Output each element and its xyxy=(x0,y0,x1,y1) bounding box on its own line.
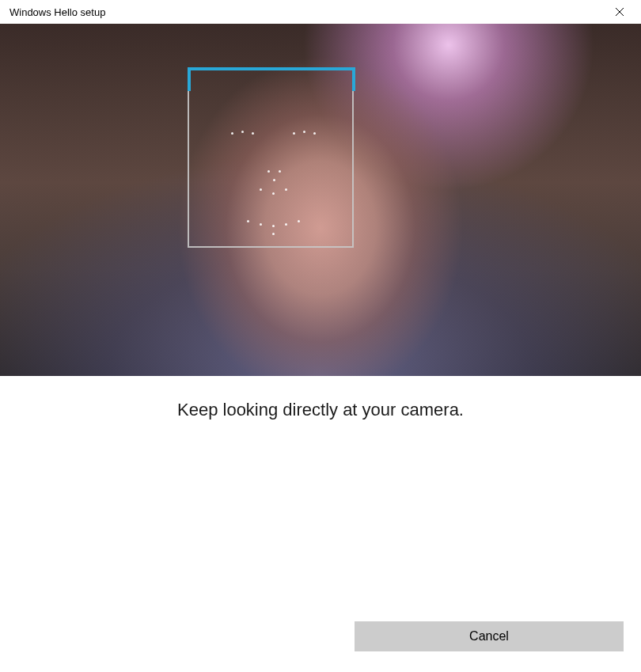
close-icon xyxy=(615,7,624,17)
camera-feed-image xyxy=(0,24,641,376)
titlebar: Windows Hello setup xyxy=(0,0,641,24)
camera-preview xyxy=(0,24,641,376)
footer: Cancel xyxy=(355,621,624,651)
instruction-text: Keep looking directly at your camera. xyxy=(0,400,641,420)
cancel-button[interactable]: Cancel xyxy=(355,621,624,651)
window-title: Windows Hello setup xyxy=(9,6,105,18)
close-button[interactable] xyxy=(608,0,632,24)
